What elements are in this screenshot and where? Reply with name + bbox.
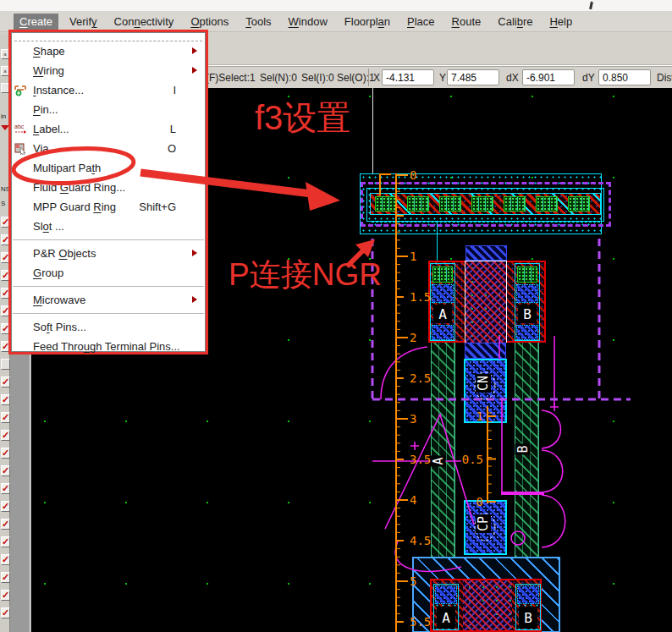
menubar-item-options[interactable]: Options xyxy=(185,14,234,30)
layer-visibility-checkbox[interactable]: ✓ xyxy=(1,465,10,476)
layer-visibility-checkbox[interactable]: ✓ xyxy=(1,234,10,245)
menu-item-feed-through-terminal-pins[interactable]: Feed Through Terminal Pins... xyxy=(12,337,205,356)
svg-text:1: 1 xyxy=(476,409,483,423)
layer-visibility-checkbox[interactable]: ✓ xyxy=(1,536,10,547)
x-coordinate-field[interactable] xyxy=(382,69,434,85)
label-menu-icon: abc xyxy=(14,123,30,135)
layer-visibility-checkbox[interactable]: ✓ xyxy=(1,376,10,387)
menu-item-via[interactable]: Via...O xyxy=(12,139,205,158)
menubar-item-create[interactable]: Create xyxy=(14,14,58,30)
layer-visibility-checkbox[interactable]: ✓ xyxy=(1,288,10,299)
menubar-item-calibre[interactable]: Calibre xyxy=(492,14,538,30)
menu-item-multipart-path[interactable]: Multipart Path xyxy=(12,158,205,178)
svg-text:1.5: 1.5 xyxy=(410,290,431,304)
menu-item-label: Label... xyxy=(33,123,69,135)
menu-item-microwave[interactable]: Microwave xyxy=(12,290,205,310)
menubar-item-floorplan[interactable]: Floorplan xyxy=(339,14,396,30)
menu-item-fluid-guard-ring[interactable]: Fluid Guard Ring... xyxy=(12,178,205,197)
window-titlebar xyxy=(0,0,672,12)
submenu-arrow-icon xyxy=(192,296,197,303)
layer-visibility-checkbox[interactable]: ✓ xyxy=(1,607,10,618)
svg-text:4.5: 4.5 xyxy=(410,534,431,547)
svg-text:3: 3 xyxy=(410,412,416,426)
y-label: Y xyxy=(439,72,446,84)
layer-visibility-checkbox[interactable]: ✓ xyxy=(1,394,10,405)
menu-separator xyxy=(13,313,204,314)
menu-item-soft-pins[interactable]: Soft Pins... xyxy=(12,317,205,337)
layer-visibility-checkbox[interactable]: ✓ xyxy=(1,572,10,583)
layer-visibility-checkbox[interactable]: ✓ xyxy=(1,554,10,565)
svg-text:abc: abc xyxy=(14,124,25,129)
layer-visibility-checkbox[interactable]: ✓ xyxy=(1,412,10,423)
menu-item-instance[interactable]: Instance...I xyxy=(12,80,205,100)
via-menu-icon xyxy=(14,142,30,155)
layer-visibility-checkbox[interactable]: ✓ xyxy=(1,270,10,281)
sel-i-count: Sel(I):0 xyxy=(301,72,334,84)
sel-n-count: Sel(N):0 xyxy=(260,72,297,84)
instance-menu-icon xyxy=(14,84,30,96)
layer-visibility-checkbox[interactable]: ✓ xyxy=(1,305,10,316)
submenu-arrow-icon xyxy=(192,47,197,54)
svg-text:2: 2 xyxy=(410,331,416,344)
dy-field[interactable] xyxy=(598,69,651,85)
titlebar-mark xyxy=(589,2,593,9)
palette-icon[interactable]: a xyxy=(1,66,9,76)
menu-item-label: MPP Guard Ring xyxy=(33,201,116,213)
menu-item-label: Group xyxy=(33,267,63,279)
menubar-item-tools[interactable]: Tools xyxy=(240,14,277,30)
menubar-item-connectivity[interactable]: Connectivity xyxy=(108,14,180,30)
menubar-item-route[interactable]: Route xyxy=(446,14,487,30)
dy-label: dY xyxy=(582,72,595,84)
menu-item-shortcut: L xyxy=(170,123,205,135)
svg-text:5: 5 xyxy=(410,574,416,588)
menu-item-pin[interactable]: Pin... xyxy=(12,100,205,119)
menubar-item-place[interactable]: Place xyxy=(401,14,441,30)
menu-item-label: Microwave xyxy=(33,294,85,306)
menubar-item-window[interactable]: Window xyxy=(283,14,333,30)
dx-field[interactable] xyxy=(522,69,575,85)
menu-item-label: Feed Through Terminal Pins... xyxy=(33,340,180,353)
menu-item-shape[interactable]: Shape xyxy=(12,41,205,61)
menubar-item-verify[interactable]: Verify xyxy=(63,14,103,30)
layer-visibility-checkbox[interactable]: ✓ xyxy=(1,252,10,263)
statusbar-divider xyxy=(368,69,369,86)
svg-text:1: 1 xyxy=(410,250,416,263)
layer-visibility-checkbox[interactable]: ✓ xyxy=(1,217,10,228)
layer-visibility-checkbox[interactable]: ✓ xyxy=(1,483,10,494)
menubar-item-help[interactable]: Help xyxy=(543,14,578,30)
layer-visibility-checkbox[interactable]: ✓ xyxy=(1,448,10,459)
layer-visibility-checkbox[interactable]: ✓ xyxy=(1,519,10,530)
menu-item-label[interactable]: abcLabel...L xyxy=(12,119,205,139)
menu-item-shortcut: I xyxy=(173,84,205,96)
layer-visibility-checkbox[interactable]: ✓ xyxy=(1,341,10,352)
svg-text:3.5: 3.5 xyxy=(410,453,431,466)
palette-icon[interactable] xyxy=(1,83,9,93)
menu-item-label: Wiring xyxy=(33,64,64,77)
device-label-cp: CP xyxy=(476,514,491,533)
svg-text:4: 4 xyxy=(410,493,416,507)
select-count: (F)Select:1 xyxy=(206,72,256,84)
menu-item-wiring[interactable]: Wiring xyxy=(12,61,205,80)
y-coordinate-field[interactable] xyxy=(447,69,499,85)
menu-item-label: Instance... xyxy=(33,84,84,96)
menu-item-label: Pin... xyxy=(33,103,58,116)
layer-visibility-checkbox[interactable]: ✓ xyxy=(1,501,10,512)
layer-visibility-checkbox[interactable]: ✓ xyxy=(1,430,10,441)
layer-visibility-checkbox[interactable]: ✓ xyxy=(1,590,10,601)
menu-item-label: Fluid Guard Ring... xyxy=(33,181,125,194)
submenu-arrow-icon xyxy=(192,250,197,256)
menu-separator xyxy=(13,239,204,240)
layer-visibility-checkbox[interactable]: ✓ xyxy=(1,359,10,370)
menu-item-group[interactable]: Group xyxy=(12,263,205,283)
menu-item-p-r-objects[interactable]: P&R Objects xyxy=(12,244,205,263)
menu-item-mpp-guard-ring[interactable]: MPP Guard RingShift+G xyxy=(12,197,205,217)
menu-separator xyxy=(13,286,204,287)
submenu-arrow-icon xyxy=(192,67,197,74)
layer-visibility-checkbox[interactable]: ✓ xyxy=(1,323,10,334)
palette-dropdown-triangle-icon[interactable] xyxy=(1,125,9,130)
menu-item-label: Multipart Path xyxy=(33,162,101,174)
device-label-cn: CN xyxy=(476,374,491,393)
menu-item-slot[interactable]: Slot ... xyxy=(12,217,205,236)
menu-tearoff-handle[interactable] xyxy=(14,36,202,41)
palette-icon[interactable]: a xyxy=(1,49,9,59)
